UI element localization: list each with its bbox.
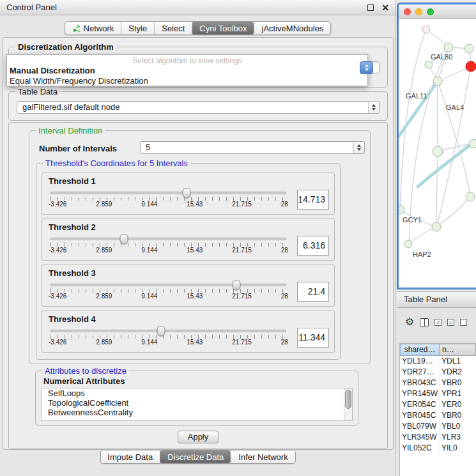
network-node[interactable] xyxy=(404,240,412,248)
table-row[interactable]: YDR27…YDR2 xyxy=(400,367,476,378)
tick-label: 9.144 xyxy=(141,247,157,254)
chevron-down-icon xyxy=(365,68,369,71)
network-node[interactable] xyxy=(433,77,442,86)
tab-jactivemnodules[interactable]: jActiveMNodules xyxy=(254,22,331,35)
threshold-2-slider-thumb[interactable] xyxy=(119,234,128,244)
threshold-4-slider-thumb[interactable] xyxy=(157,326,165,336)
network-node[interactable] xyxy=(466,192,475,201)
tick-label: 2.859 xyxy=(96,247,112,254)
tab-discretize-data[interactable]: Discretize Data xyxy=(160,450,231,463)
cell-name: YDL1 xyxy=(440,356,476,367)
gear-icon[interactable]: ⚙ xyxy=(405,317,414,327)
tick-label: -3.426 xyxy=(49,201,66,208)
chevron-down-icon xyxy=(372,108,376,111)
spinner-stepper[interactable] xyxy=(353,142,364,153)
group-title: Interval Definition xyxy=(36,126,105,135)
threshold-1-slider-track[interactable] xyxy=(50,192,286,194)
tick-label: 15.43 xyxy=(187,247,203,254)
checkbox-icon[interactable] xyxy=(460,319,467,326)
tab-style[interactable]: Style xyxy=(121,22,154,35)
slider-tick-labels: -3.426 2.859 9.144 15.43 21.715 28 xyxy=(49,247,288,254)
tick-label: 28 xyxy=(281,201,288,208)
threshold-3-slider-track[interactable] xyxy=(50,284,286,286)
table-row[interactable]: YIL052CYIL0 xyxy=(400,443,476,454)
list-item[interactable]: BetweennessCentrality xyxy=(42,408,352,417)
network-node[interactable] xyxy=(422,26,430,33)
threshold-2-slider: -3.426 2.859 9.144 15.43 21.715 28 xyxy=(47,234,289,256)
dropdown-option-equal-width-frequency[interactable]: Equal Width/Frequency Discretization xyxy=(7,75,367,86)
tick-label: 21.715 xyxy=(232,293,252,300)
node-label: GAL11 xyxy=(406,92,427,100)
tab-cyni-toolbox[interactable]: Cyni Toolbox xyxy=(192,22,254,35)
network-node[interactable] xyxy=(444,43,453,52)
vertical-scrollbar[interactable] xyxy=(344,388,352,420)
threshold-4-slider-track[interactable] xyxy=(50,330,286,332)
algorithm-combobox-stepper[interactable] xyxy=(360,61,373,74)
number-of-intervals-spinner[interactable]: 5 xyxy=(140,141,365,154)
network-node-selected[interactable] xyxy=(466,61,476,72)
node-label: GAL4 xyxy=(446,104,464,111)
network-node[interactable] xyxy=(469,139,476,148)
threshold-4-value-field[interactable]: 11.344 xyxy=(297,328,329,348)
table-row[interactable]: YDL19…YDL1 xyxy=(400,356,476,367)
zoom-traffic-light[interactable] xyxy=(427,8,434,15)
close-icon[interactable]: ✕ xyxy=(381,3,389,12)
threshold-3-value-field[interactable]: 21.4 xyxy=(297,282,329,302)
cell-name: YER0 xyxy=(440,399,476,410)
network-node[interactable] xyxy=(433,146,443,157)
table-data-selected-value: galFiltered.sif default node xyxy=(22,102,119,112)
table-row[interactable]: YBR045CYBR0 xyxy=(400,410,476,421)
table-row[interactable]: YBL079WYBL0 xyxy=(400,421,476,432)
node-label: GAL80 xyxy=(431,53,452,61)
table-row[interactable]: YER054CYER0 xyxy=(400,399,476,410)
apply-button[interactable]: Apply xyxy=(178,431,219,443)
cell-name: YBR0 xyxy=(440,378,476,388)
threshold-2-panel: Threshold 2 -3.426 2.859 9.144 xyxy=(42,219,335,261)
minimize-traffic-light[interactable] xyxy=(415,8,422,15)
chevron-up-icon xyxy=(357,144,361,147)
threshold-1-value-field[interactable]: 14.713 xyxy=(297,190,329,210)
network-node[interactable] xyxy=(425,61,433,68)
tab-label: Impute Data xyxy=(107,452,153,462)
columns-icon[interactable] xyxy=(420,318,429,326)
table-panel-header: Table Panel xyxy=(397,291,476,308)
list-item[interactable]: TopologicalCoefficient xyxy=(42,398,352,408)
table-row[interactable]: YBR043CYBR0 xyxy=(400,378,476,388)
threshold-1-slider-thumb[interactable] xyxy=(182,188,190,198)
tick-label: 28 xyxy=(281,247,288,254)
tick-label: 2.859 xyxy=(96,201,112,208)
table-panel-title: Table Panel xyxy=(404,295,447,304)
threshold-2-value-field[interactable]: 6.316 xyxy=(297,236,329,256)
float-window-icon[interactable] xyxy=(367,4,374,11)
tick-label: 28 xyxy=(281,293,288,300)
dropdown-option-manual-discretization[interactable]: Manual Discretization xyxy=(7,65,367,75)
checkbox-icon[interactable]: ✓ xyxy=(447,319,454,326)
close-traffic-light[interactable] xyxy=(404,8,411,15)
tab-select[interactable]: Select xyxy=(154,22,192,35)
network-view-window: GAL80 GAL11 GAL4 GCY1 HAP2 xyxy=(397,3,476,289)
tab-network[interactable]: Network xyxy=(65,22,121,35)
window-title: Control Panel xyxy=(6,3,367,12)
network-node[interactable] xyxy=(432,222,441,231)
tab-impute-data[interactable]: Impute Data xyxy=(100,450,160,463)
table-data-combobox[interactable]: galFiltered.sif default node xyxy=(17,101,380,114)
network-node[interactable] xyxy=(399,205,404,214)
number-of-intervals-value: 5 xyxy=(146,142,150,152)
threshold-2-slider-track[interactable] xyxy=(50,238,286,240)
slider-tick-labels: -3.426 2.859 9.144 15.43 21.715 28 xyxy=(49,201,288,208)
table-row[interactable]: YPR145WYPR1 xyxy=(400,388,476,399)
scrollbar-thumb[interactable] xyxy=(345,390,351,409)
combobox-stepper[interactable] xyxy=(368,102,379,113)
tab-infer-network[interactable]: Infer Network xyxy=(231,450,295,463)
network-node[interactable] xyxy=(464,44,473,53)
table-panel-body: ⚙ ✓ ✓ shared… n… YDL19…YDL1 YDR27…YDR2 Y… xyxy=(397,309,476,476)
network-edge xyxy=(409,47,449,243)
threshold-3-slider: -3.426 2.859 9.144 15.43 21.715 28 xyxy=(47,280,289,302)
column-header-name[interactable]: n… xyxy=(440,344,476,356)
checkbox-icon[interactable]: ✓ xyxy=(434,319,441,326)
list-item[interactable]: SelfLoops xyxy=(42,388,352,398)
table-row[interactable]: YLR345WYLR3 xyxy=(400,432,476,443)
threshold-3-slider-thumb[interactable] xyxy=(232,280,240,290)
tick-label: 9.144 xyxy=(141,339,157,346)
column-header-shared-name[interactable]: shared… xyxy=(400,344,440,356)
